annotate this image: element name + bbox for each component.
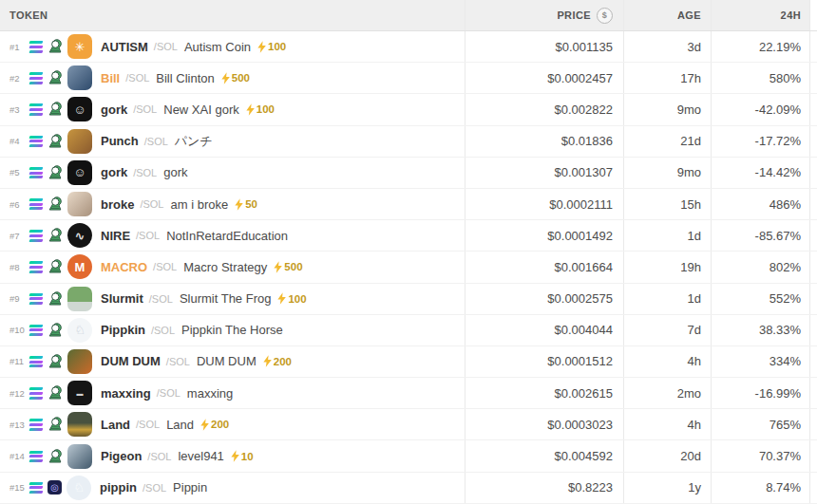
token-cell[interactable]: #5 ☺ gork /SOL gork [0,158,465,188]
column-header-24h[interactable]: 24H [711,0,809,30]
boost-amount: 10 [241,451,254,462]
price-cell: $0.004044 [465,315,623,345]
token-pair: /SOL [136,230,160,241]
age-cell: 17h [623,63,711,93]
table-row[interactable]: #1 ✳ AUTISM /SOL Autism Coin 100 $0.0011… [0,31,817,63]
token-cell[interactable]: #11 DUM DUM /SOL DUM DUM 200 [0,346,465,377]
token-avatar: ▬ [67,381,92,405]
boost-badge[interactable]: 200 [200,419,229,431]
token-cell[interactable]: #15 ◎ ♘ pippin /SOL Pippin [0,473,465,503]
token-name: Pippkin The Horse [181,323,283,337]
row-spacer [809,409,817,439]
pumpswap-icon [48,228,63,243]
token-cell[interactable]: #1 ✳ AUTISM /SOL Autism Coin 100 [0,31,465,62]
table-row[interactable]: #12 ▬ maxxing /SOL maxxing $0.002615 2mo… [0,378,817,409]
column-header-age[interactable]: AGE [623,0,711,30]
boost-badge[interactable]: 500 [274,261,302,273]
change-cell: 552% [711,284,809,314]
table-row[interactable]: #8 M MACRO /SOL Macro Strategy 500 $0.00… [0,252,817,283]
token-symbol: NIRE [101,229,130,243]
solana-icon [29,451,43,462]
boost-badge[interactable]: 10 [231,450,254,462]
pumpswap-icon [48,323,63,338]
change-cell: 70.37% [711,440,809,471]
boost-badge[interactable]: 100 [277,292,306,305]
token-cell[interactable]: #9 Slurmit /SOL Slurmit The Frog 100 [0,284,465,314]
pumpswap-icon [48,39,63,54]
token-cell[interactable]: #12 ▬ maxxing /SOL maxxing [0,378,465,408]
change-cell: -42.09% [711,94,809,124]
token-avatar: ∿ [67,223,92,248]
token-name: New XAI gork [163,103,238,117]
token-pair: /SOL [144,136,168,147]
token-name: Macro Strategy [183,260,267,274]
row-spacer [809,63,817,93]
rank-label: #4 [10,136,26,146]
price-column-label: PRICE [557,9,591,21]
token-symbol: Pigeon [101,449,142,463]
lightning-bolt-icon [246,103,255,116]
solana-icon [29,387,43,399]
table-row[interactable]: #5 ☺ gork /SOL gork $0.001307 9mo -14.42… [0,158,817,189]
boost-badge[interactable]: 100 [246,103,275,116]
token-cell[interactable]: #10 ♘ Pippkin /SOL Pippkin The Horse [0,315,465,345]
boost-amount: 100 [288,293,306,305]
token-cell[interactable]: #8 M MACRO /SOL Macro Strategy 500 [0,252,465,282]
row-spacer [809,378,817,408]
table-row[interactable]: #4 Punch /SOL パンチ $0.01836 21d -17.72% [0,126,817,158]
table-row[interactable]: #2 Bill /SOL Bill Clinton 500 $0.0002457… [0,63,817,94]
boost-amount: 100 [268,41,286,52]
price-cell: $0.8223 [465,473,623,503]
table-row[interactable]: #6 broke /SOL am i broke 50 $0.0002111 1… [0,189,817,220]
token-cell[interactable]: #13 Land /SOL Land 200 [0,409,465,439]
table-row[interactable]: #15 ◎ ♘ pippin /SOL Pippin $0.8223 1y 8.… [0,473,817,504]
boost-badge[interactable]: 500 [221,72,250,84]
table-row[interactable]: #7 ∿ NIRE /SOL NotInRetardEducation $0.0… [0,220,817,252]
solana-icon [29,72,43,84]
table-row[interactable]: #10 ♘ Pippkin /SOL Pippkin The Horse $0.… [0,315,817,346]
table-row[interactable]: #3 ☺ gork /SOL New XAI gork 100 $0.00282… [0,94,817,125]
token-avatar [67,349,92,374]
token-symbol: maxxing [101,386,151,401]
token-cell[interactable]: #14 Pigeon /SOL level941 10 [0,440,465,471]
dollar-circle-icon[interactable]: $ [597,8,613,24]
token-cell[interactable]: #3 ☺ gork /SOL New XAI gork 100 [0,94,465,124]
column-header-price[interactable]: PRICE $ [465,0,623,30]
token-cell[interactable]: #4 Punch /SOL パンチ [0,126,465,157]
token-symbol: gork [101,165,127,179]
table-row[interactable]: #13 Land /SOL Land 200 $0.0003023 4h 765… [0,409,817,440]
age-cell: 1y [623,473,711,503]
age-column-label: AGE [677,9,701,21]
change-cell: 486% [711,189,809,219]
table-row[interactable]: #11 DUM DUM /SOL DUM DUM 200 $0.0001512 … [0,346,817,378]
row-spacer [809,126,817,157]
token-symbol: AUTISM [101,40,148,54]
token-name: パンチ [175,133,213,150]
row-spacer [809,31,817,62]
token-avatar [67,65,92,90]
row-spacer [809,220,817,251]
token-avatar [67,412,92,437]
table-row[interactable]: #9 Slurmit /SOL Slurmit The Frog 100 $0.… [0,284,817,315]
boost-badge[interactable]: 50 [235,198,257,211]
price-cell: $0.001307 [465,158,623,188]
change-cell: 580% [711,63,809,93]
token-name: Pippin [173,480,207,495]
token-cell[interactable]: #6 broke /SOL am i broke 50 [0,189,465,219]
token-cell[interactable]: #2 Bill /SOL Bill Clinton 500 [0,63,465,93]
age-cell: 7d [623,315,711,345]
row-spacer [809,189,817,219]
token-cell[interactable]: #7 ∿ NIRE /SOL NotInRetardEducation [0,220,465,251]
table-row[interactable]: #14 Pigeon /SOL level941 10 $0.004592 20… [0,440,817,472]
token-pair: /SOL [147,451,171,462]
price-cell: $0.0002457 [465,63,623,93]
token-pair: /SOL [153,261,177,272]
price-cell: $0.0002575 [465,284,623,314]
boost-badge[interactable]: 100 [257,41,286,53]
column-header-token[interactable]: TOKEN [0,0,465,30]
solana-icon [29,325,43,336]
token-pair: /SOL [133,167,157,178]
boost-badge[interactable]: 200 [263,355,292,367]
token-avatar [67,192,92,216]
rank-label: #6 [10,199,26,210]
